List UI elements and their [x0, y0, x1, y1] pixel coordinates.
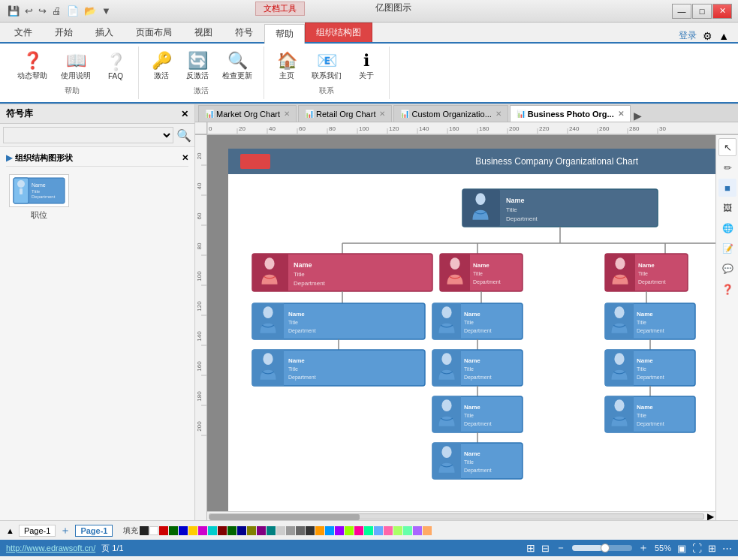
pointer-tool-btn[interactable]: ↖ [718, 138, 736, 156]
home-btn[interactable]: 🏠 主页 [270, 50, 303, 84]
l3-c2-r3[interactable]: Name Title Department [432, 396, 523, 432]
shape-position[interactable]: Name Title Department 职位 [9, 174, 69, 221]
view-normal-icon[interactable]: ▣ [677, 543, 686, 554]
sidebar-close-icon[interactable]: ✕ [181, 109, 188, 119]
more-btn[interactable]: ▼ [100, 4, 113, 18]
open-btn[interactable]: 📂 [83, 4, 98, 18]
tab-retail-org-chart[interactable]: 📊 Retail Org Chart ✕ [298, 105, 392, 122]
color-magenta[interactable] [198, 526, 207, 535]
l3-c3-r2[interactable]: Name Title Department [605, 350, 695, 386]
h-scrollbar[interactable]: ▶ [207, 511, 715, 520]
settings-icon[interactable]: ⚙ [703, 30, 712, 42]
more-view-icon[interactable]: ⋯ [722, 543, 732, 554]
section-close-icon[interactable]: ✕ [182, 153, 188, 163]
save-btn[interactable]: 💾 [6, 4, 21, 18]
l2-node-2[interactable]: Name Title Department [440, 254, 523, 291]
custom-tab-close[interactable]: ✕ [496, 110, 502, 118]
zoom-in-icon[interactable]: ＋ [638, 541, 649, 555]
page-tab-2[interactable]: Page-1 [75, 525, 113, 537]
color-teal[interactable] [267, 526, 276, 535]
color-yellow[interactable] [188, 526, 197, 535]
tab-symbol[interactable]: 符号 [224, 23, 264, 42]
fill-tool-btn[interactable]: ■ [718, 179, 736, 197]
activate-btn[interactable]: 🔑 激活 [145, 50, 178, 84]
help-tool-btn[interactable]: ❓ [718, 280, 736, 298]
tab-layout[interactable]: 页面布局 [125, 23, 183, 42]
tab-insert[interactable]: 插入 [84, 23, 125, 42]
color-pink2[interactable] [384, 526, 393, 535]
color-lavender[interactable] [413, 526, 422, 535]
page-add-icon[interactable]: ＋ [60, 524, 71, 537]
color-mint[interactable] [403, 526, 412, 535]
tab-view[interactable]: 视图 [183, 23, 224, 42]
quick-access-toolbar[interactable]: 💾 ↩ ↪ 🖨 📄 📂 ▼ [6, 4, 113, 18]
url-link[interactable]: http://www.edrawsoft.cn/ [6, 543, 95, 552]
color-blue[interactable] [179, 526, 188, 535]
color-black[interactable] [140, 526, 149, 535]
category-select[interactable] [3, 127, 173, 143]
maximize-button[interactable]: □ [692, 4, 712, 19]
zoom-slider[interactable] [572, 545, 632, 551]
image-tool-btn[interactable]: 🖼 [718, 199, 736, 217]
l2-node-3[interactable]: Name Title Department [605, 254, 688, 291]
retail-tab-close[interactable]: ✕ [379, 110, 385, 118]
color-darkgreen[interactable] [227, 526, 236, 535]
view-grid-icon[interactable]: ⊞ [708, 543, 716, 554]
shape-section-header[interactable]: ▶ 组织结构图形状 ✕ [6, 150, 188, 167]
window-controls[interactable]: — □ ✕ [672, 4, 732, 19]
page-tab-1[interactable]: Page-1 [19, 525, 56, 537]
contact-btn[interactable]: 📧 联系我们 [306, 50, 347, 84]
color-gray[interactable] [286, 526, 295, 535]
color-cornflower[interactable] [374, 526, 383, 535]
l3-c1-r1[interactable]: Name Title Department [252, 303, 425, 339]
color-violet[interactable] [335, 526, 344, 535]
color-silver[interactable] [276, 526, 285, 535]
search-icon[interactable]: 🔍 [176, 128, 191, 143]
l3-c2-r4[interactable]: Name Title Department [432, 443, 523, 479]
l3-c2-r1[interactable]: Name Title Department [432, 303, 523, 339]
new-btn[interactable]: 📄 [65, 4, 80, 18]
color-red[interactable] [159, 526, 168, 535]
color-olive[interactable] [247, 526, 256, 535]
color-skyblue[interactable] [325, 526, 334, 535]
deactivate-btn[interactable]: 🔄 反激活 [181, 50, 214, 84]
color-purple[interactable] [257, 526, 266, 535]
undo-btn[interactable]: ↩ [23, 4, 35, 18]
view-fullscreen-icon[interactable]: ⛶ [692, 543, 702, 554]
l3-c2-r2[interactable]: Name Title Department [432, 350, 523, 386]
redo-btn[interactable]: ↪ [37, 4, 48, 18]
business-tab-close[interactable]: ✕ [618, 110, 624, 118]
tab-file[interactable]: 文件 [3, 23, 44, 42]
l3-c1-r2[interactable]: Name Title Department [252, 350, 425, 386]
canvas-scroll[interactable]: Business Company Organizational Chart 20… [207, 135, 715, 520]
color-darkred[interactable] [218, 526, 227, 535]
tab-start[interactable]: 开始 [44, 23, 84, 42]
color-cyan[interactable] [208, 526, 217, 535]
color-white[interactable] [149, 526, 158, 535]
l2-node-1[interactable]: Name Title Department [252, 254, 432, 291]
color-darkblue[interactable] [237, 526, 246, 535]
color-springgreen[interactable] [364, 526, 373, 535]
tab-market-org-chart[interactable]: 📊 Market Org Chart ✕ [198, 105, 297, 122]
close-button[interactable]: ✕ [712, 4, 732, 19]
fit-page-icon[interactable]: ⊞ [526, 542, 535, 554]
page-up-icon[interactable]: ▲ [6, 526, 14, 535]
color-hotpink[interactable] [354, 526, 363, 535]
zoom-out-icon[interactable]: － [556, 541, 566, 555]
tab-orgchart[interactable]: 组织结构图 [305, 23, 372, 42]
color-peach[interactable] [423, 526, 432, 535]
market-tab-close[interactable]: ✕ [284, 110, 290, 118]
tab-scroll-right[interactable]: ▶ [634, 110, 642, 122]
fit-width-icon[interactable]: ⊟ [541, 543, 550, 554]
comment-tool-btn[interactable]: 💬 [718, 260, 736, 278]
collapse-icon[interactable]: ▲ [718, 30, 729, 42]
dynamic-help-btn[interactable]: ❓ 动态帮助 [12, 50, 53, 84]
tab-business-photo-org[interactable]: 📊 Business Photo Org... ✕ [510, 105, 631, 122]
scroll-right-btn[interactable]: ▶ [707, 511, 714, 521]
tab-custom-org[interactable]: 📊 Custom Organizatio... ✕ [393, 105, 508, 122]
l3-c3-r3[interactable]: Name Title Department [605, 396, 695, 432]
print-btn[interactable]: 🖨 [50, 4, 63, 18]
color-darkgray[interactable] [296, 526, 305, 535]
check-update-btn[interactable]: 🔍 检查更新 [217, 50, 258, 84]
minimize-button[interactable]: — [672, 4, 691, 19]
